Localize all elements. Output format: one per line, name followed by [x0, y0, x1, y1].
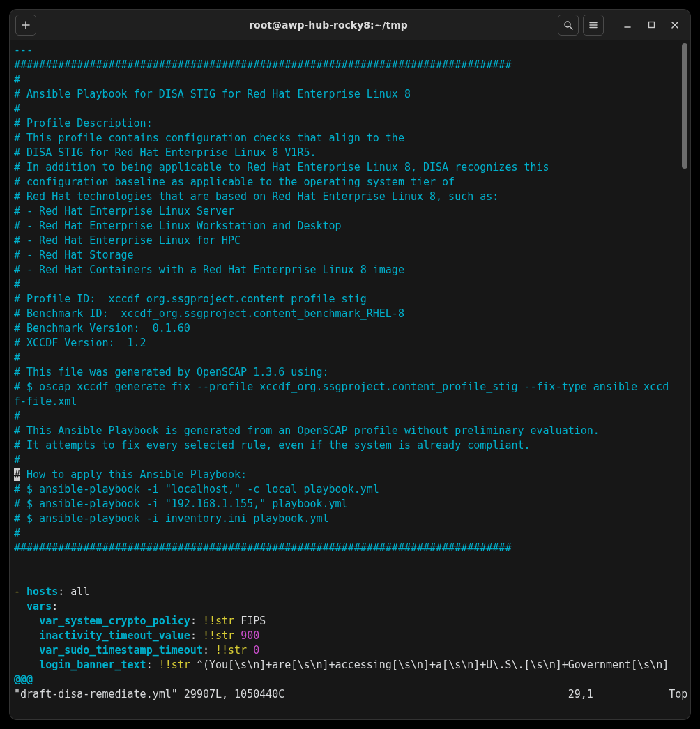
terminal-viewport[interactable]: --- ####################################… — [10, 40, 690, 719]
maximize-button[interactable] — [641, 15, 661, 35]
svg-rect-1 — [648, 22, 654, 28]
search-button[interactable] — [558, 15, 579, 36]
new-tab-button[interactable] — [15, 15, 36, 36]
vim-status-line: "draft-disa-remediate.yml" 29907L, 10504… — [14, 687, 686, 702]
menu-button[interactable] — [583, 15, 604, 36]
minimize-button[interactable] — [618, 15, 637, 35]
scrollbar-thumb[interactable] — [682, 43, 687, 169]
window-title: root@awp-hub-rocky8:~/tmp — [99, 20, 558, 31]
editor-content: --- ####################################… — [14, 43, 686, 687]
titlebar: root@awp-hub-rocky8:~/tmp — [10, 10, 690, 40]
close-button[interactable] — [665, 15, 685, 35]
terminal-window: root@awp-hub-rocky8:~/tmp — [10, 10, 690, 719]
